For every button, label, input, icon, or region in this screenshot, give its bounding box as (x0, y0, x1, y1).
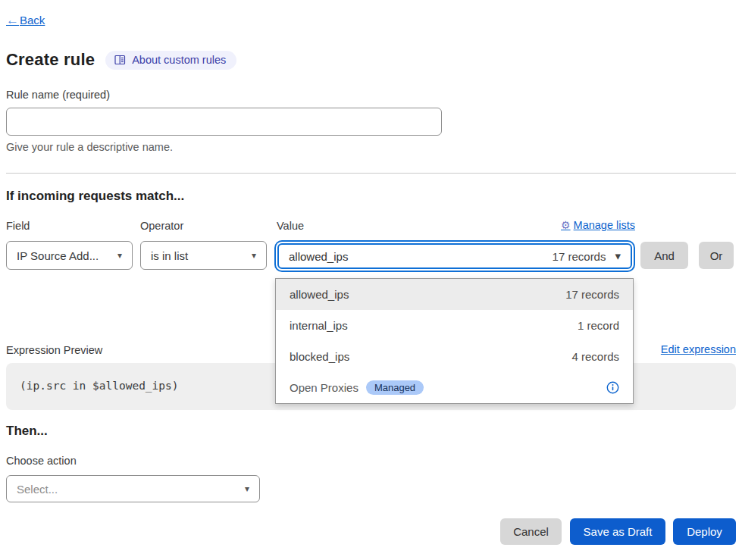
back-arrow-icon: ← (6, 13, 19, 27)
value-select[interactable]: allowed_ips 17 records ▾ (277, 243, 632, 269)
info-icon[interactable] (606, 381, 619, 394)
list-item-name: allowed_ips (290, 288, 349, 301)
chevron-down-icon: ▾ (117, 250, 122, 261)
book-icon (114, 55, 126, 65)
managed-badge: Managed (366, 380, 424, 395)
value-select-value: allowed_ips (289, 250, 348, 263)
field-select-value: IP Source Add... (17, 249, 99, 262)
gear-icon: ⚙ (561, 219, 571, 231)
operator-label: Operator (140, 220, 183, 232)
and-button[interactable]: And (640, 242, 688, 269)
field-label: Field (6, 220, 30, 232)
action-select-placeholder: Select... (17, 483, 58, 496)
create-rule-page: ←Back Create rule About custom rules Rul… (0, 0, 742, 560)
back-link[interactable]: ←Back (6, 13, 45, 28)
value-label: Value (277, 220, 304, 232)
or-button[interactable]: Or (699, 242, 734, 269)
expression-preview-label: Expression Preview (6, 344, 102, 356)
action-select[interactable]: Select... ▾ (6, 475, 260, 502)
list-item-name: internal_ips (290, 319, 348, 332)
choose-action-label: Choose action (6, 455, 77, 467)
operator-select-value: is in list (151, 249, 188, 262)
expression-code: (ip.src in $allowed_ips) (20, 380, 179, 392)
list-item[interactable]: Open Proxies Managed (276, 372, 633, 403)
then-heading: Then... (6, 424, 48, 439)
list-item[interactable]: allowed_ips 17 records (276, 279, 633, 310)
rule-name-input[interactable] (6, 108, 442, 136)
about-badge-label: About custom rules (132, 54, 226, 66)
cancel-button[interactable]: Cancel (500, 518, 562, 545)
save-as-draft-button[interactable]: Save as Draft (570, 518, 665, 545)
list-item-records: 1 record (578, 319, 619, 332)
about-custom-rules-link[interactable]: About custom rules (105, 51, 236, 70)
value-select-records: 17 records (553, 250, 606, 263)
edit-expression-link[interactable]: Edit expression (661, 343, 736, 355)
field-select[interactable]: IP Source Add... ▾ (6, 241, 133, 270)
rule-name-helper: Give your rule a descriptive name. (6, 141, 173, 153)
list-item[interactable]: internal_ips 1 record (276, 310, 633, 341)
list-item-records: 4 records (571, 350, 619, 363)
list-item-name: Open Proxies (290, 381, 358, 394)
list-item-name: blocked_ips (290, 350, 349, 363)
chevron-down-icon: ▾ (615, 249, 621, 263)
section-divider (6, 173, 736, 174)
manage-lists-label: Manage lists (574, 219, 635, 231)
operator-select[interactable]: is in list ▾ (140, 241, 267, 270)
rule-name-label: Rule name (required) (6, 89, 110, 101)
list-item[interactable]: blocked_ips 4 records (276, 341, 633, 372)
chevron-down-icon: ▾ (252, 250, 256, 261)
deploy-button[interactable]: Deploy (673, 518, 736, 545)
match-section-heading: If incoming requests match... (6, 189, 184, 204)
page-title: Create rule (6, 50, 95, 70)
list-item-records: 17 records (565, 288, 619, 301)
list-dropdown-menu: allowed_ips 17 records internal_ips 1 re… (275, 278, 634, 404)
manage-lists-link[interactable]: ⚙Manage lists (561, 219, 635, 231)
back-link-label: Back (20, 14, 45, 27)
chevron-down-icon: ▾ (245, 483, 249, 494)
